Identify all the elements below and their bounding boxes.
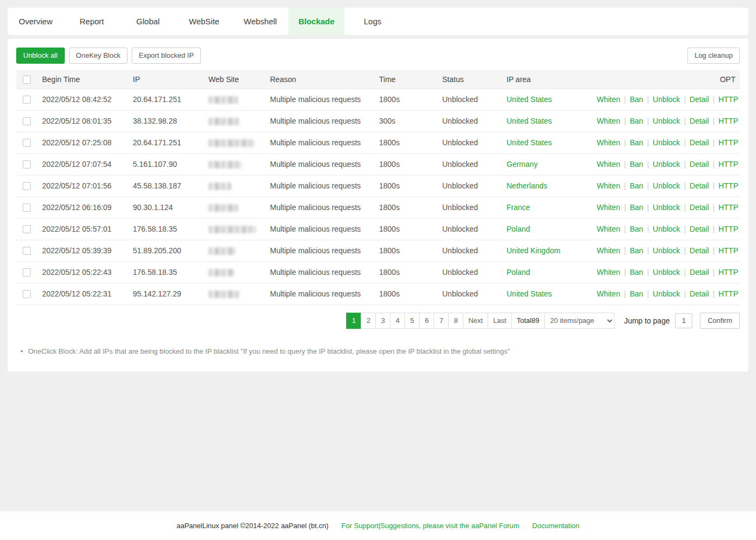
items-per-page-select[interactable]: 20 items/page [544, 313, 615, 329]
row-checkbox[interactable] [23, 139, 31, 147]
unblock-action-link[interactable]: Unblock [653, 289, 680, 298]
http-action-link[interactable]: HTTP [718, 246, 738, 255]
tab-website[interactable]: WebSite [176, 8, 232, 35]
cell-website-redacted [204, 132, 266, 153]
tab-global[interactable]: Global [120, 8, 176, 35]
page-button-3[interactable]: 3 [375, 313, 390, 329]
row-checkbox[interactable] [23, 96, 31, 104]
page-button-5[interactable]: 5 [404, 313, 420, 329]
detail-action-link[interactable]: Detail [690, 117, 709, 125]
detail-action-link[interactable]: Detail [690, 289, 709, 298]
tab-overview[interactable]: Overview [8, 8, 64, 35]
log-cleanup-button[interactable]: Log cleanup [687, 48, 740, 64]
tab-report[interactable]: Report [64, 8, 120, 35]
whiten-action-link[interactable]: Whiten [597, 138, 620, 147]
ban-action-link[interactable]: Ban [630, 268, 643, 276]
row-checkbox[interactable] [23, 182, 31, 190]
http-action-link[interactable]: HTTP [718, 95, 738, 104]
cell-begin-time: 2022/05/12 05:22:43 [38, 261, 129, 283]
whiten-action-link[interactable]: Whiten [597, 160, 620, 168]
tab-blockade[interactable]: Blockade [288, 8, 345, 35]
ban-action-link[interactable]: Ban [630, 160, 643, 168]
cell-time: 300s [375, 110, 438, 132]
page-button-1[interactable]: 1 [346, 313, 361, 329]
column-header-opt: OPT [592, 70, 740, 89]
last-page-button[interactable]: Last [488, 313, 512, 329]
page-button-2[interactable]: 2 [361, 313, 376, 329]
ban-action-link[interactable]: Ban [630, 138, 643, 147]
http-action-link[interactable]: HTTP [718, 289, 738, 298]
jump-to-page-input[interactable] [675, 313, 692, 328]
detail-action-link[interactable]: Detail [690, 268, 709, 276]
detail-action-link[interactable]: Detail [690, 225, 709, 233]
whiten-action-link[interactable]: Whiten [597, 289, 620, 298]
ban-action-link[interactable]: Ban [630, 246, 643, 255]
detail-action-link[interactable]: Detail [690, 203, 709, 212]
cell-time: 1800s [375, 89, 438, 110]
detail-action-link[interactable]: Detail [690, 138, 709, 147]
forum-link[interactable]: For Support|Suggestions, please visit th… [341, 522, 519, 530]
unblock-action-link[interactable]: Unblock [653, 138, 680, 147]
unblock-action-link[interactable]: Unblock [653, 225, 680, 233]
row-checkbox[interactable] [23, 290, 31, 298]
whiten-action-link[interactable]: Whiten [597, 117, 620, 125]
whiten-action-link[interactable]: Whiten [597, 225, 620, 233]
ban-action-link[interactable]: Ban [630, 203, 643, 212]
column-header-ip: IP [129, 70, 204, 89]
whiten-action-link[interactable]: Whiten [597, 203, 620, 212]
tab-logs[interactable]: Logs [345, 8, 401, 35]
detail-action-link[interactable]: Detail [690, 246, 709, 255]
cell-begin-time: 2022/05/12 07:01:56 [38, 175, 129, 197]
select-all-checkbox[interactable] [23, 76, 31, 84]
onekey-block-button[interactable]: OneKey Block [69, 48, 127, 64]
page-button-7[interactable]: 7 [434, 313, 449, 329]
http-action-link[interactable]: HTTP [718, 181, 738, 190]
ban-action-link[interactable]: Ban [630, 289, 643, 298]
whiten-action-link[interactable]: Whiten [597, 246, 620, 255]
whiten-action-link[interactable]: Whiten [597, 95, 620, 104]
unblock-action-link[interactable]: Unblock [653, 246, 680, 255]
row-checkbox[interactable] [23, 117, 31, 125]
unblock-action-link[interactable]: Unblock [653, 181, 680, 190]
detail-action-link[interactable]: Detail [690, 95, 709, 104]
ban-action-link[interactable]: Ban [630, 225, 643, 233]
unblock-action-link[interactable]: Unblock [653, 95, 680, 104]
unblock-action-link[interactable]: Unblock [653, 117, 680, 125]
confirm-button[interactable]: Confirm [700, 313, 740, 329]
http-action-link[interactable]: HTTP [718, 203, 738, 212]
redacted-website-image [208, 204, 238, 212]
ban-action-link[interactable]: Ban [630, 181, 643, 190]
row-checkbox[interactable] [23, 160, 31, 168]
page-button-4[interactable]: 4 [390, 313, 405, 329]
cell-begin-time: 2022/05/12 08:42:52 [38, 89, 129, 110]
detail-action-link[interactable]: Detail [690, 181, 709, 190]
ban-action-link[interactable]: Ban [630, 95, 643, 104]
ban-action-link[interactable]: Ban [630, 117, 643, 125]
table-header-row: Begin TimeIPWeb SiteReasonTimeStatusIP a… [16, 70, 740, 89]
row-checkbox[interactable] [23, 225, 31, 233]
row-checkbox[interactable] [23, 247, 31, 255]
unblock-action-link[interactable]: Unblock [653, 268, 680, 276]
detail-action-link[interactable]: Detail [690, 160, 709, 168]
http-action-link[interactable]: HTTP [718, 225, 738, 233]
http-action-link[interactable]: HTTP [718, 160, 738, 168]
cell-actions: Whiten|Ban|Unblock|Detail|HTTP [592, 132, 740, 153]
http-action-link[interactable]: HTTP [718, 268, 738, 276]
pager-group: 12345678NextLastTotal8920 items/page [346, 313, 614, 329]
row-checkbox[interactable] [23, 268, 31, 276]
http-action-link[interactable]: HTTP [718, 138, 738, 147]
unblock-all-button[interactable]: Unblock all [16, 48, 65, 64]
redacted-website-image [208, 226, 256, 233]
unblock-action-link[interactable]: Unblock [653, 160, 680, 168]
http-action-link[interactable]: HTTP [718, 117, 738, 125]
row-checkbox[interactable] [23, 204, 31, 212]
unblock-action-link[interactable]: Unblock [653, 203, 680, 212]
documentation-link[interactable]: Documentation [532, 522, 579, 530]
page-button-6[interactable]: 6 [419, 313, 434, 329]
page-button-8[interactable]: 8 [448, 313, 463, 329]
whiten-action-link[interactable]: Whiten [597, 268, 620, 276]
whiten-action-link[interactable]: Whiten [597, 181, 620, 190]
next-page-button[interactable]: Next [463, 313, 488, 329]
export-blocked-ip-button[interactable]: Export blocked IP [132, 48, 201, 64]
tab-webshell[interactable]: Webshell [232, 8, 288, 35]
